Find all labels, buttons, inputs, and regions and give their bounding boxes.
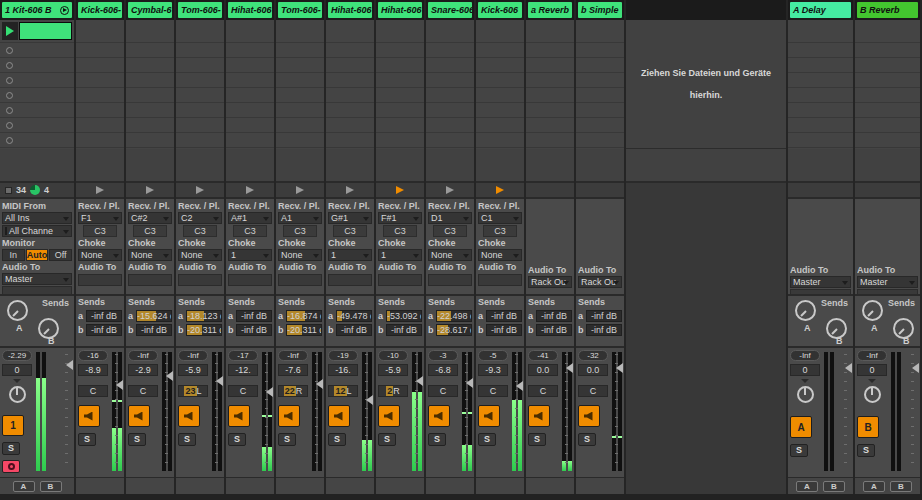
peak-level-display[interactable]: -Inf [790,350,820,361]
recv-note-dropdown[interactable]: D1 [428,212,472,224]
clip-slot[interactable] [276,133,324,148]
audio-to-box[interactable] [328,274,372,286]
clip-slot[interactable] [376,133,424,148]
pan-display[interactable]: 23L [178,385,208,397]
track-title-9[interactable]: a Reverb [528,2,572,18]
volume-display[interactable]: -8.9 [78,364,108,376]
solo-button[interactable]: S [278,433,296,446]
clip-slot[interactable] [226,73,274,88]
clip-slot[interactable] [576,58,624,73]
volume-display[interactable]: 0 [790,364,820,376]
volume-display[interactable]: -9.3 [478,364,508,376]
send-b-value[interactable]: -inf dB [586,324,622,336]
monitor-auto-button[interactable]: Auto [26,249,49,261]
send-a-value[interactable]: -inf dB [536,310,572,322]
clip-slot[interactable] [326,88,374,103]
send-a-value[interactable]: -inf dB [236,310,272,322]
track-activator-button[interactable] [528,405,550,427]
pan-display[interactable]: C [428,385,458,397]
peak-level-display[interactable]: -Inf [178,350,208,361]
send-b-value[interactable]: -inf dB [386,324,422,336]
volume-fader-handle[interactable] [466,378,473,388]
track-title-10[interactable]: b Simple [578,2,622,18]
volume-fader-handle[interactable] [316,379,323,389]
send-a-knob[interactable] [7,300,28,321]
send-b-value[interactable]: -inf dB [236,324,272,336]
track-activator-button[interactable]: 1 [2,415,24,436]
solo-button[interactable]: S [78,433,96,446]
send-a-knob[interactable] [795,300,816,321]
pan-display[interactable]: C [228,385,258,397]
solo-button[interactable]: S [2,442,20,455]
note-value-box[interactable]: C3 [383,225,417,237]
scene-play-arrow[interactable] [446,186,454,194]
clip-slot[interactable] [788,20,853,43]
clip-slot[interactable] [476,103,524,118]
audio-to-dropdown[interactable]: Master [2,273,72,285]
send-b-value[interactable]: -inf dB [86,324,122,336]
choke-dropdown[interactable]: 1 [328,249,372,261]
clip-slot[interactable] [426,133,474,148]
volume-display[interactable]: -2.9 [128,364,158,376]
send-a-value[interactable]: -inf dB [86,310,122,322]
peak-level-display[interactable]: -Inf [857,350,887,361]
clip-slot[interactable] [526,73,574,88]
audio-to-box[interactable] [128,274,172,286]
group-unfold-icon[interactable] [60,6,69,15]
solo-button[interactable]: S [790,444,808,457]
clip-slot[interactable] [376,20,424,43]
track-title-return-1[interactable]: B Reverb [857,2,918,18]
audio-to-box[interactable] [428,274,472,286]
crossfade-a-button[interactable]: A [863,481,885,492]
midi-channel-dropdown[interactable]: All Channe [2,225,72,237]
scene-play-arrow[interactable] [296,186,304,194]
clip-slot[interactable] [526,43,574,58]
clip-slot[interactable] [426,73,474,88]
clip-slot[interactable] [226,20,274,43]
note-value-box[interactable]: C3 [183,225,217,237]
note-value-box[interactable]: C3 [133,225,167,237]
volume-fader-handle[interactable] [566,363,573,373]
clip-slot[interactable] [226,103,274,118]
send-b-value[interactable]: -inf dB [486,324,522,336]
audio-to-dropdown[interactable]: Rack Ou [578,276,622,288]
recv-note-dropdown[interactable]: C1 [478,212,522,224]
note-value-box[interactable]: C3 [433,225,467,237]
choke-dropdown[interactable]: None [478,249,522,261]
solo-button[interactable]: S [328,433,346,446]
volume-display[interactable]: -5.9 [178,364,208,376]
clip-stop-slot[interactable] [0,118,74,133]
clip-slot[interactable] [788,73,853,88]
send-a-value[interactable]: -inf dB [586,310,622,322]
track-activator-button[interactable] [428,405,450,427]
clip-slot[interactable] [855,58,920,73]
clip-slot[interactable] [326,118,374,133]
clip-slot[interactable] [788,58,853,73]
clip-slot[interactable] [855,133,920,148]
volume-fader-handle[interactable] [845,363,852,373]
volume-fader-handle[interactable] [66,360,73,370]
peak-level-display[interactable]: -16 [78,350,108,361]
clip-slot[interactable] [76,118,124,133]
volume-fader-handle[interactable] [516,381,523,391]
clip-slot[interactable] [526,103,574,118]
clip-slot[interactable] [576,118,624,133]
clip-slot[interactable] [855,20,920,43]
monitor-in-button[interactable]: In [2,249,25,261]
clip-slot[interactable] [176,43,224,58]
note-value-box[interactable]: C3 [483,225,517,237]
audio-to-sub-box[interactable] [857,289,918,296]
clip-slot[interactable] [276,20,324,43]
solo-button[interactable]: S [378,433,396,446]
clip-slot[interactable] [476,20,524,43]
clip-slot[interactable] [326,20,374,43]
midi-from-dropdown[interactable]: All Ins [2,212,72,224]
clip-slot[interactable] [76,133,124,148]
peak-level-display[interactable]: -10 [378,350,408,361]
clip-slot-playing[interactable] [0,20,74,43]
scene-play-arrow[interactable] [146,186,154,194]
clip-slot[interactable] [226,58,274,73]
send-b-value[interactable]: -20.311 dB [186,324,222,336]
volume-display[interactable]: 0.0 [578,364,608,376]
recv-note-dropdown[interactable]: C2 [178,212,222,224]
